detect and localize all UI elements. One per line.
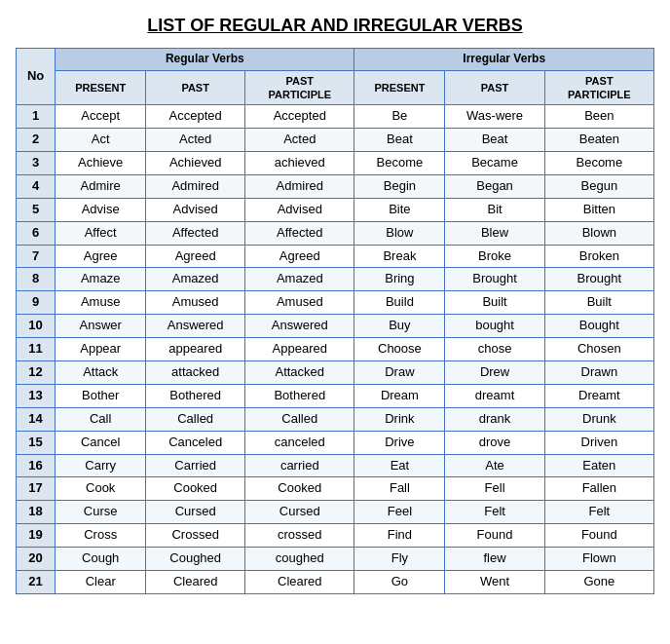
table-row: 21ClearClearedClearedGoWentGone <box>17 571 654 594</box>
i-past-cell: Broke <box>445 245 544 268</box>
r-present-cell: Act <box>56 129 146 152</box>
r-present-cell: Achieve <box>56 151 146 174</box>
r-present-cell: Advise <box>56 198 146 221</box>
no-cell: 18 <box>17 501 56 524</box>
r-pp-cell: Amused <box>245 291 354 315</box>
i-past-cell: flew <box>445 548 544 571</box>
r-present-cell: Cough <box>56 548 146 571</box>
i-past-cell: Was-were <box>445 105 544 129</box>
r-past-cell: Affected <box>146 221 245 245</box>
i-past-cell: chose <box>445 338 544 361</box>
i-past-cell: Ate <box>445 454 544 477</box>
r-past-cell: Advised <box>146 198 245 221</box>
i-pp-cell: Felt <box>544 501 653 524</box>
r-pp-cell: Cleared <box>245 571 354 594</box>
r-past-cell: Achieved <box>146 151 245 174</box>
no-cell: 11 <box>17 338 56 361</box>
i-present-cell: Draw <box>354 360 445 384</box>
i-past-cell: Built <box>445 291 544 315</box>
r-pp-cell: Bothered <box>245 384 354 407</box>
r-present-cell: Bother <box>56 384 146 407</box>
i-present-cell: Fall <box>354 477 445 501</box>
r-pp-header: PASTPARTICIPLE <box>245 70 354 105</box>
table-row: 16CarryCarriedcarriedEatAteEaten <box>17 454 654 477</box>
i-past-cell: Found <box>445 524 544 548</box>
table-row: 2ActActedActedBeatBeatBeaten <box>17 129 654 152</box>
i-pp-cell: Bitten <box>544 198 653 221</box>
i-pp-cell: Broken <box>544 245 653 268</box>
no-cell: 3 <box>17 151 56 174</box>
i-pp-cell: Become <box>544 151 653 174</box>
r-pp-cell: canceled <box>245 431 354 454</box>
r-past-cell: Called <box>146 407 245 431</box>
i-present-header: PRESENT <box>354 70 445 105</box>
i-pp-cell: Flown <box>544 548 653 571</box>
r-pp-cell: coughed <box>245 548 354 571</box>
r-present-cell: Cross <box>56 524 146 548</box>
i-present-cell: Drive <box>354 431 445 454</box>
r-past-cell: Answered <box>146 315 245 338</box>
i-pp-cell: Brought <box>544 268 653 291</box>
r-past-header: PAST <box>146 70 245 105</box>
r-past-cell: Cleared <box>146 571 245 594</box>
r-pp-cell: Affected <box>245 221 354 245</box>
i-present-cell: Choose <box>354 338 445 361</box>
r-past-cell: Crossed <box>146 524 245 548</box>
r-pp-cell: crossed <box>245 524 354 548</box>
r-present-cell: Call <box>56 407 146 431</box>
r-pp-cell: Called <box>245 407 354 431</box>
table-row: 11AppearappearedAppearedChoosechoseChose… <box>17 338 654 361</box>
i-past-cell: Felt <box>445 501 544 524</box>
r-past-cell: appeared <box>146 338 245 361</box>
no-cell: 20 <box>17 548 56 571</box>
r-pp-cell: Attacked <box>245 360 354 384</box>
no-cell: 10 <box>17 315 56 338</box>
i-pp-header: PASTPARTICIPLE <box>544 70 653 105</box>
r-past-cell: attacked <box>146 360 245 384</box>
i-past-cell: bought <box>445 315 544 338</box>
no-cell: 21 <box>17 571 56 594</box>
no-cell: 9 <box>17 291 56 315</box>
table-row: 9AmuseAmusedAmusedBuildBuiltBuilt <box>17 291 654 315</box>
r-pp-cell: Cooked <box>245 477 354 501</box>
i-present-cell: Fly <box>354 548 445 571</box>
r-past-cell: Admired <box>146 174 245 198</box>
table-row: 12AttackattackedAttackedDrawDrewDrawn <box>17 360 654 384</box>
i-present-cell: Be <box>354 105 445 129</box>
i-pp-cell: Eaten <box>544 454 653 477</box>
i-pp-cell: Built <box>544 291 653 315</box>
i-past-cell: Drew <box>445 360 544 384</box>
r-present-cell: Cancel <box>56 431 146 454</box>
verbs-table: No Regular Verbs Irregular Verbs PRESENT… <box>16 48 654 594</box>
r-pp-cell: Acted <box>245 129 354 152</box>
r-past-cell: Coughed <box>146 548 245 571</box>
r-past-cell: Acted <box>146 129 245 152</box>
table-row: 19CrossCrossedcrossedFindFoundFound <box>17 524 654 548</box>
no-cell: 6 <box>17 221 56 245</box>
i-past-cell: dreamt <box>445 384 544 407</box>
r-pp-cell: achieved <box>245 151 354 174</box>
i-present-cell: Begin <box>354 174 445 198</box>
table-row: 17CookCookedCookedFallFellFallen <box>17 477 654 501</box>
i-past-header: PAST <box>445 70 544 105</box>
no-header: No <box>17 49 56 105</box>
i-present-cell: Bite <box>354 198 445 221</box>
table-row: 10AnswerAnsweredAnsweredBuyboughtBought <box>17 315 654 338</box>
i-past-cell: Blew <box>445 221 544 245</box>
i-present-cell: Eat <box>354 454 445 477</box>
table-row: 5AdviseAdvisedAdvisedBiteBitBitten <box>17 198 654 221</box>
i-present-cell: Become <box>354 151 445 174</box>
r-pp-cell: Agreed <box>245 245 354 268</box>
r-present-cell: Answer <box>56 315 146 338</box>
i-pp-cell: Begun <box>544 174 653 198</box>
table-row: 8AmazeAmazedAmazedBringBroughtBrought <box>17 268 654 291</box>
r-present-cell: Attack <box>56 360 146 384</box>
r-past-cell: Canceled <box>146 431 245 454</box>
i-present-cell: Beat <box>354 129 445 152</box>
i-pp-cell: Drunk <box>544 407 653 431</box>
r-past-cell: Bothered <box>146 384 245 407</box>
i-pp-cell: Gone <box>544 571 653 594</box>
no-cell: 13 <box>17 384 56 407</box>
i-pp-cell: Found <box>544 524 653 548</box>
r-present-cell: Accept <box>56 105 146 129</box>
